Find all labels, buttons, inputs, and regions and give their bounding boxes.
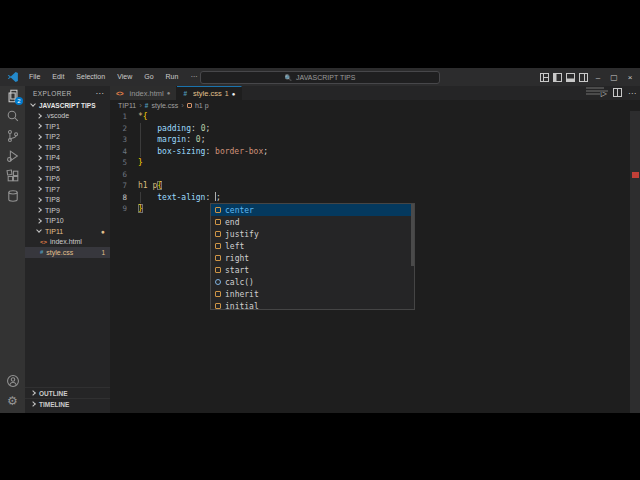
command-center-search[interactable]: 🔍 JAVASCRIPT TIPS: [200, 71, 440, 84]
line-number: 7: [110, 180, 127, 192]
css-file-icon: #: [183, 90, 187, 97]
breadcrumb[interactable]: TIP11 › # style.css › h1 p: [110, 100, 640, 111]
code-line-3[interactable]: 3 margin: 0;: [110, 134, 630, 146]
editor-scrollbar[interactable]: [630, 111, 640, 413]
toggle-sidebar-icon[interactable]: [553, 73, 562, 82]
code-token: [138, 124, 157, 133]
menu-file[interactable]: File: [24, 71, 45, 83]
vscode-logo-icon: [7, 71, 19, 83]
code-token: :: [205, 147, 215, 156]
close-button[interactable]: ×: [624, 73, 636, 82]
timeline-section[interactable]: TIMELINE: [25, 398, 110, 409]
menu-edit[interactable]: Edit: [47, 71, 69, 83]
breadcrumb-file[interactable]: style.css: [151, 102, 178, 109]
code-line-5[interactable]: 5}: [110, 157, 630, 169]
search-text: JAVASCRIPT TIPS: [296, 74, 355, 81]
code-token: :: [205, 193, 215, 202]
suggest-item-calc[interactable]: calc(): [211, 276, 414, 288]
breadcrumb-folder[interactable]: TIP11: [118, 102, 136, 109]
code-line-7[interactable]: 7h1 p{: [110, 180, 630, 192]
activity-extensions-icon[interactable]: [0, 166, 25, 186]
toggle-secondary-sidebar-icon[interactable]: [579, 73, 588, 82]
breadcrumb-symbol[interactable]: h1 p: [195, 102, 209, 109]
sidebar-item-tip3[interactable]: TIP3: [25, 142, 110, 153]
outline-section[interactable]: OUTLINE: [25, 387, 110, 398]
chevron-down-icon: [36, 227, 42, 233]
suggest-item-inherit[interactable]: inherit: [211, 288, 414, 300]
sidebar-item-style-css[interactable]: #style.css1: [25, 247, 110, 258]
minimize-button[interactable]: –: [592, 73, 604, 82]
function-kind-icon: [215, 279, 221, 285]
line-number: 2: [110, 123, 127, 135]
unsaved-dot-icon: ●: [232, 91, 236, 97]
sidebar-item-javascript-tips[interactable]: JAVASCRIPT TIPS: [25, 100, 110, 111]
modified-dot: ●: [101, 228, 105, 235]
customize-layout-icon[interactable]: [540, 73, 549, 82]
restore-button[interactable]: ▢: [608, 73, 620, 82]
sidebar-item-tip7[interactable]: TIP7: [25, 184, 110, 195]
code-line-6[interactable]: 6: [110, 169, 630, 181]
sidebar-item-tip10[interactable]: TIP10: [25, 216, 110, 227]
popup-scrollbar[interactable]: [411, 204, 414, 266]
suggest-item-start[interactable]: start: [211, 264, 414, 276]
sidebar-item-tip5[interactable]: TIP5: [25, 163, 110, 174]
code-line-8[interactable]: 8 text-align: ;: [110, 192, 630, 204]
activity-source-control-icon[interactable]: [0, 126, 25, 146]
suggest-item-justify[interactable]: justify: [211, 228, 414, 240]
suggest-item-center[interactable]: center: [211, 204, 414, 216]
sidebar-item-tip11[interactable]: TIP11●: [25, 226, 110, 237]
line-number: 6: [110, 169, 127, 181]
sidebar-item-tip9[interactable]: TIP9: [25, 205, 110, 216]
sidebar-item-tip2[interactable]: TIP2: [25, 132, 110, 143]
tab-index-html[interactable]: <>index.html●: [110, 86, 177, 100]
css-file-icon: #: [40, 249, 43, 255]
toggle-panel-icon[interactable]: [566, 73, 575, 82]
sidebar-item-tip6[interactable]: TIP6: [25, 174, 110, 185]
menu-bar: FileEditSelectionViewGoRun⋯: [24, 71, 202, 83]
value-kind-icon: [215, 243, 221, 249]
activity-run-debug-icon[interactable]: [0, 146, 25, 166]
autocomplete-popup: centerendjustifyleftrightstartcalc()inhe…: [210, 203, 415, 310]
suggest-item-left[interactable]: left: [211, 240, 414, 252]
code-token: text-align: [157, 193, 205, 202]
sidebar-item-label: TIP9: [45, 207, 60, 214]
explorer-title: EXPLORER: [33, 90, 72, 97]
activity-search-icon[interactable]: [0, 106, 25, 126]
tab-style-css[interactable]: #style.css1●: [177, 86, 242, 100]
sidebar-item-label: TIP2: [45, 133, 60, 140]
line-number: 4: [110, 146, 127, 158]
sidebar-item-tip8[interactable]: TIP8: [25, 195, 110, 206]
activity-settings-icon[interactable]: ⚙: [0, 391, 25, 411]
suggest-label: center: [225, 206, 254, 215]
activity-account-icon[interactable]: [0, 371, 25, 391]
sidebar-item-vscode[interactable]: .vscode: [25, 111, 110, 122]
sidebar-item-index-html[interactable]: <>index.html: [25, 237, 110, 248]
activity-bar: 2 ⚙: [0, 86, 25, 413]
sidebar-item-label: TIP7: [45, 186, 60, 193]
code-line-2[interactable]: 2 padding: 0;: [110, 123, 630, 135]
suggest-item-initial[interactable]: initial: [211, 300, 414, 310]
split-editor-icon[interactable]: [613, 88, 622, 99]
chevron-right-icon: [36, 207, 42, 213]
sidebar-item-label: JAVASCRIPT TIPS: [39, 102, 95, 109]
activity-remote-icon[interactable]: [0, 186, 25, 206]
sidebar-item-tip4[interactable]: TIP4: [25, 153, 110, 164]
breadcrumb-separator: ›: [139, 102, 142, 109]
more-actions-icon[interactable]: ⋯: [628, 89, 636, 98]
minimap[interactable]: [586, 87, 610, 96]
menu-go[interactable]: Go: [139, 71, 158, 83]
explorer-more-actions-icon[interactable]: ⋯: [96, 89, 104, 98]
chevron-right-icon: [36, 123, 42, 129]
sidebar-item-tip1[interactable]: TIP1: [25, 121, 110, 132]
menu-run[interactable]: Run: [161, 71, 184, 83]
chevron-right-icon: [36, 144, 42, 150]
code-line-4[interactable]: 4 box-sizing: border-box;: [110, 146, 630, 158]
menu-view[interactable]: View: [112, 71, 137, 83]
chevron-right-icon: [36, 186, 42, 192]
activity-explorer-icon[interactable]: 2: [0, 86, 25, 106]
suggest-item-end[interactable]: end: [211, 216, 414, 228]
code-line-1[interactable]: 1*{: [110, 111, 630, 123]
menu-selection[interactable]: Selection: [71, 71, 110, 83]
line-number: 5: [110, 157, 127, 169]
suggest-item-right[interactable]: right: [211, 252, 414, 264]
